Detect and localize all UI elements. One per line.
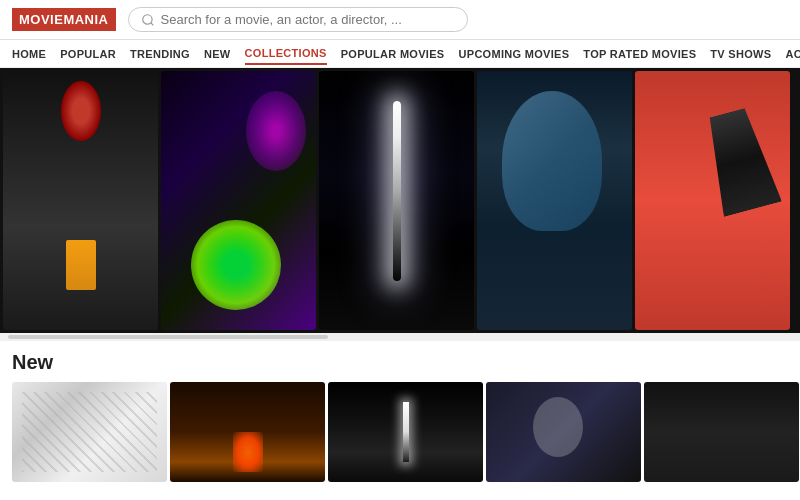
nav-item-collections[interactable]: COLLECTIONS [245, 43, 327, 65]
nav-item-tv-shows[interactable]: TV SHOWS [710, 44, 771, 64]
new-card-4[interactable] [486, 382, 641, 482]
scrollbar-track [0, 333, 800, 341]
hero-card-3[interactable] [319, 71, 474, 330]
new-card-1[interactable] [12, 382, 167, 482]
nav-item-popular-movies[interactable]: POPULAR MOVIES [341, 44, 445, 64]
nav-item-action[interactable]: ACTION [785, 44, 800, 64]
hero-section [0, 68, 800, 333]
hero-card-1[interactable] [3, 71, 158, 330]
nav-item-new[interactable]: NEW [204, 44, 231, 64]
nav-item-trending[interactable]: TRENDING [130, 44, 190, 64]
hero-card-5[interactable] [635, 71, 790, 330]
new-card-5[interactable] [644, 382, 799, 482]
nav-item-top-rated[interactable]: TOP RATED MOVIES [583, 44, 696, 64]
logo[interactable]: MOVIEMANIA [12, 8, 116, 31]
svg-point-0 [142, 14, 151, 23]
new-card-3[interactable] [328, 382, 483, 482]
header: MOVIEMANIA [0, 0, 800, 40]
nav-item-popular[interactable]: POPULAR [60, 44, 116, 64]
svg-line-1 [150, 22, 153, 25]
new-cards [12, 382, 788, 482]
search-bar[interactable] [128, 7, 468, 32]
new-section-title: New [12, 351, 788, 374]
nav-item-upcoming[interactable]: UPCOMING MOVIES [459, 44, 570, 64]
hero-card-2[interactable] [161, 71, 316, 330]
search-input[interactable] [161, 12, 455, 27]
new-section: New [0, 341, 800, 488]
hero-card-4[interactable] [477, 71, 632, 330]
nav: HOME POPULAR TRENDING NEW COLLECTIONS PO… [0, 40, 800, 68]
search-icon [141, 13, 155, 27]
nav-item-home[interactable]: HOME [12, 44, 46, 64]
scrollbar-thumb[interactable] [8, 335, 328, 339]
new-card-2[interactable] [170, 382, 325, 482]
